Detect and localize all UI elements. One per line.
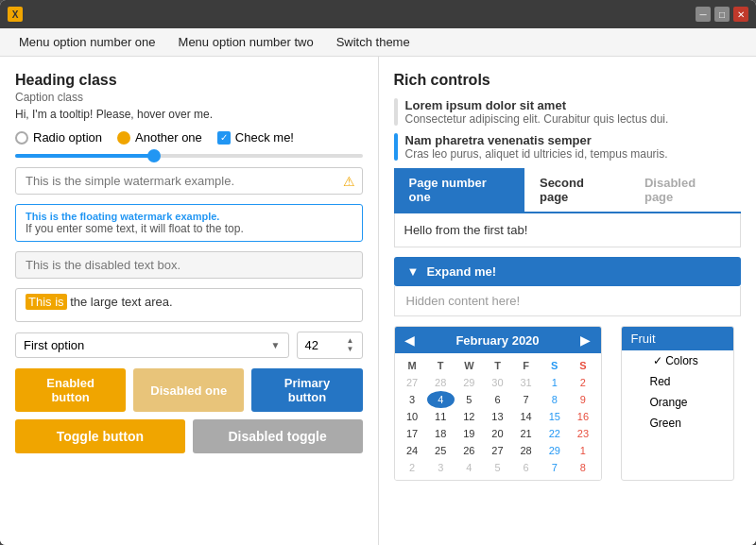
disabled-input-row [15,251,363,279]
radio-row: Radio option Another one ✓ Check me! [15,130,363,145]
calendar: ◀ February 2020 ▶ M T W T F S S [394,326,602,481]
cal-cell-16[interactable]: 16 [569,408,596,425]
cal-cell-23[interactable]: 23 [569,425,596,442]
cal-cell-18[interactable]: 18 [427,425,455,442]
cal-cell-29a[interactable]: 29 [455,374,483,391]
cal-cell-1b[interactable]: 1 [569,442,596,459]
slider-container [15,154,363,158]
menu-item-two[interactable]: Menu option number two [167,31,325,53]
cal-cell-27b[interactable]: 27 [484,442,511,459]
tree-item-orange[interactable]: Orange [622,392,733,413]
cal-cell-2b[interactable]: 2 [399,459,426,476]
cal-cell-15[interactable]: 15 [541,408,568,425]
enabled-button[interactable]: Enabled button [15,368,126,412]
slider-thumb[interactable] [147,149,161,162]
expand-icon: ▼ [407,264,420,279]
cal-day-s2: S [569,357,596,374]
radio-option-1[interactable]: Radio option [15,130,102,145]
cal-cell-30a[interactable]: 30 [484,374,511,391]
accordion-button[interactable]: ▼ Expand me! [394,257,742,286]
lorem-content-1: Lorem ipsum dolor sit amet Consectetur a… [405,98,669,126]
tab-page-one[interactable]: Page number one [394,168,524,212]
radio-circle-1 [15,131,28,145]
primary-button[interactable]: Primary button [251,368,362,412]
tree-item-colors[interactable]: ✓ ✓ Colors [622,350,733,371]
tree-item-fruit[interactable]: Fruit [622,327,733,350]
accordion-label: Expand me! [426,264,496,279]
textarea-suffix: the large text area. [67,295,173,309]
app-window: X ─ □ ✕ Menu option number one Menu opti… [0,0,756,545]
toggle-button[interactable]: Toggle button [15,419,185,453]
cal-cell-20[interactable]: 20 [484,425,511,442]
checkbox-option[interactable]: ✓ Check me! [217,130,294,145]
cal-cell-8b[interactable]: 8 [569,459,596,476]
cal-cell-14[interactable]: 14 [512,408,540,425]
spin-up-icon: ▲ [347,337,354,345]
select-box[interactable]: First option ▼ [15,332,289,358]
menu-item-switch-theme[interactable]: Switch theme [325,31,421,53]
cal-cell-21[interactable]: 21 [512,425,540,442]
cal-cell-28b[interactable]: 28 [512,442,540,459]
disabled-toggle-button: Disabled toggle [193,419,363,453]
minimize-button[interactable]: ─ [696,7,711,22]
cal-cell-11[interactable]: 11 [427,408,455,425]
cal-cell-25[interactable]: 25 [427,442,455,459]
calendar-days-header: M T W T F S S [399,357,597,374]
highlighted-text: This is [26,294,67,310]
cal-cell-17[interactable]: 17 [399,425,426,442]
slider-fill [15,154,154,158]
cal-cell-1a[interactable]: 1 [541,374,568,391]
cal-cell-7[interactable]: 7 [512,391,540,408]
disabled-input [15,251,363,279]
cal-cell-5b[interactable]: 5 [484,459,511,476]
cal-cell-12[interactable]: 12 [455,408,483,425]
cal-cell-5[interactable]: 5 [455,391,483,408]
menu-item-one[interactable]: Menu option number one [8,31,167,53]
close-button[interactable]: ✕ [733,7,748,22]
tree-item-green[interactable]: Green [622,413,733,434]
cal-cell-26[interactable]: 26 [455,442,483,459]
cal-cell-29b[interactable]: 29 [541,442,568,459]
tab-second-page[interactable]: Second page [524,168,629,212]
cal-cell-4b[interactable]: 4 [455,459,483,476]
cal-cell-7b[interactable]: 7 [541,459,568,476]
calendar-week-4: 24 25 26 27 28 29 1 [399,442,597,459]
calendar-next-button[interactable]: ▶ [580,332,591,348]
calendar-week-2: 10 11 12 13 14 15 16 [399,408,597,425]
controls-row: First option ▼ 42 ▲ ▼ [15,332,363,359]
floating-label-container[interactable]: Lorem ipsum dolor sit amet This is the f… [15,204,363,242]
floating-label-text: This is the floating watermark example. [26,211,352,222]
cal-cell-27a[interactable]: 27 [399,374,426,391]
select-value: First option [24,338,84,352]
cal-cell-6[interactable]: 6 [484,391,511,408]
cal-cell-24[interactable]: 24 [399,442,426,459]
cal-cell-3b[interactable]: 3 [427,459,455,476]
radio-option-2[interactable]: Another one [117,130,202,145]
cal-cell-4-today[interactable]: 4 [427,391,455,408]
cal-cell-3[interactable]: 3 [399,391,426,408]
large-textarea[interactable]: This is the large text area. [15,288,363,322]
cal-cell-19[interactable]: 19 [455,425,483,442]
lorem-sidebar-2 [394,133,398,161]
spin-box[interactable]: 42 ▲ ▼ [297,332,363,359]
cal-cell-28a[interactable]: 28 [427,374,455,391]
caption: Caption class [15,91,363,104]
cal-cell-31a[interactable]: 31 [512,374,540,391]
cal-day-w: W [455,357,483,374]
cal-cell-10[interactable]: 10 [399,408,426,425]
cal-cell-22[interactable]: 22 [541,425,568,442]
simple-input[interactable] [15,167,363,195]
left-panel: Heading class Caption class Hi, I'm a to… [0,57,379,545]
cal-cell-9[interactable]: 9 [569,391,596,408]
window-controls: ─ □ ✕ [696,7,748,22]
cal-cell-8[interactable]: 8 [541,391,568,408]
maximize-button[interactable]: □ [714,7,730,22]
radio-label-2: Another one [135,130,202,145]
tab-disabled-page: Disabled page [629,168,741,212]
cal-cell-2a[interactable]: 2 [569,374,596,391]
calendar-prev-button[interactable]: ◀ [404,332,415,348]
warning-icon: ⚠ [343,174,355,189]
cal-cell-13[interactable]: 13 [484,408,511,425]
cal-cell-6b[interactable]: 6 [512,459,540,476]
tree-item-red[interactable]: Red [622,371,733,392]
